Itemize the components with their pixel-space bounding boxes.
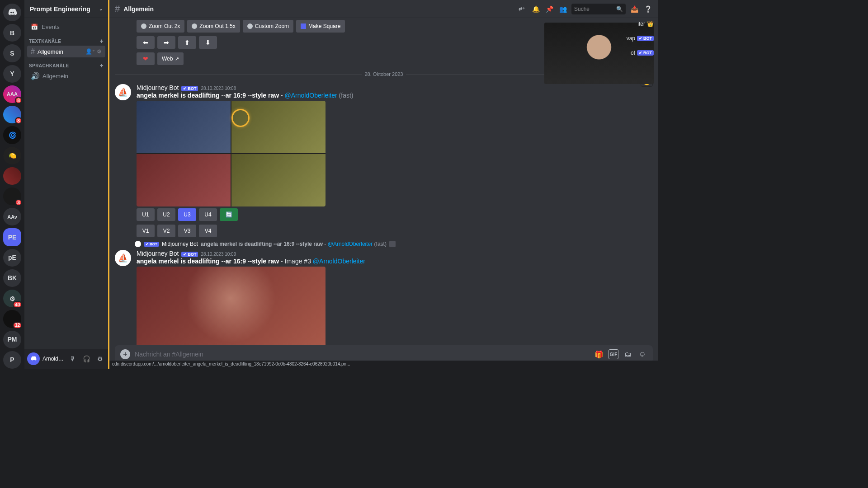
grid-cell-4[interactable] xyxy=(231,154,326,206)
voice-label: Allgemein xyxy=(42,73,68,80)
text-channel-allgemein[interactable]: # Allgemein 👤⁺⚙ xyxy=(27,46,105,57)
bot-avatar-2[interactable]: ⛵ xyxy=(115,250,131,266)
server-aaa[interactable]: AAA8 xyxy=(3,85,21,103)
prompt-text: angela merkel is deadlifting --ar 16:9 -… xyxy=(137,92,653,99)
server-pm[interactable]: PM xyxy=(3,331,21,348)
bot-tag-2: ✔ BOT xyxy=(181,252,198,257)
channel-sidebar: Prompt Engineering ⌄ 📅 Events TEXTKANÄLE… xyxy=(24,0,108,369)
user-settings-icon[interactable]: ⚙ xyxy=(94,353,105,364)
user-avatar[interactable] xyxy=(27,352,40,365)
crown-icon: 👑 xyxy=(647,21,654,27)
server-aav[interactable]: AAv xyxy=(3,208,21,225)
reply-text: angela merkel is deadlifting --ar 16:9 -… xyxy=(201,241,387,247)
make-square-button[interactable]: Make Square xyxy=(296,20,345,33)
reroll-button[interactable]: 🔄 xyxy=(220,208,238,221)
emoji-icon[interactable]: ☺ xyxy=(637,349,647,359)
server-y[interactable]: Y xyxy=(3,65,21,83)
settings-icon[interactable]: ⚙ xyxy=(97,48,102,55)
voice-channel-allgemein[interactable]: 🔊 Allgemein xyxy=(27,70,105,82)
pan-down-button[interactable]: ⬇ xyxy=(199,36,217,49)
help-icon[interactable]: ❔ xyxy=(643,4,653,14)
threads-icon[interactable]: #⁺ xyxy=(517,4,527,14)
u1-button[interactable]: U1 xyxy=(137,208,155,221)
v2-button[interactable]: V2 xyxy=(157,225,175,237)
discord-home[interactable] xyxy=(3,4,21,21)
message-grid: 😊 ⛵ Midjourney Bot ✔ BOT 28.10.2023 10:0… xyxy=(109,81,658,240)
author-name-2[interactable]: Midjourney Bot xyxy=(137,250,179,257)
favorite-button[interactable]: ❤ xyxy=(137,52,155,65)
username: ArnoldOb... xyxy=(42,356,65,362)
server-15[interactable]: 12 xyxy=(3,310,21,328)
channel-hash-icon: # xyxy=(115,4,120,14)
u4-button[interactable]: U4 xyxy=(199,208,217,221)
server-p[interactable]: P xyxy=(3,351,21,369)
add-channel-icon[interactable]: + xyxy=(99,38,104,45)
u3-button[interactable]: U3 xyxy=(178,208,196,221)
v4-button[interactable]: V4 xyxy=(199,225,217,237)
pan-up-button[interactable]: ⬆ xyxy=(178,36,196,49)
author-name[interactable]: Midjourney Bot xyxy=(137,84,179,91)
channel-label: Allgemein xyxy=(38,48,63,55)
attach-button[interactable]: + xyxy=(120,349,130,359)
bot-avatar[interactable]: ⛵ xyxy=(115,84,131,100)
invite-icon[interactable]: 👤⁺ xyxy=(85,48,95,55)
inbox-icon[interactable]: 📥 xyxy=(629,4,639,14)
deafen-icon[interactable]: 🎧 xyxy=(81,353,92,364)
mention[interactable]: @ArnoldOberleiter xyxy=(285,92,337,99)
status-bar: cdn.discordapp.com/.../arnoldoberleiter_… xyxy=(109,361,658,369)
u2-button[interactable]: U2 xyxy=(157,208,175,221)
speaker-icon: 🔊 xyxy=(31,72,40,80)
server-8[interactable] xyxy=(3,167,21,185)
chat-header: # Allgemein #⁺ 🔔 📌 👥 Suche 🔍 📥 ❔ xyxy=(109,0,658,18)
server-b[interactable]: B xyxy=(3,24,21,42)
text-category-header[interactable]: TEXTKANÄLE + xyxy=(27,33,105,46)
add-voice-icon[interactable]: + xyxy=(99,62,104,69)
image-grid[interactable] xyxy=(137,101,326,206)
custom-zoom-button[interactable]: Custom Zoom xyxy=(243,20,293,33)
v1-button[interactable]: V1 xyxy=(137,225,155,237)
grid-cell-2[interactable] xyxy=(231,101,326,153)
server-9[interactable]: 3 xyxy=(3,188,21,205)
server-6[interactable]: 🌀 xyxy=(3,126,21,144)
mute-icon[interactable]: 🎙 xyxy=(67,353,78,364)
single-image[interactable] xyxy=(137,267,326,345)
mention-2[interactable]: @ArnoldOberleiter xyxy=(313,258,365,265)
server-14[interactable]: ⚙40 xyxy=(3,290,21,307)
server-bk[interactable]: BK xyxy=(3,269,21,287)
server-5[interactable]: 8 xyxy=(3,106,21,123)
pan-left-button[interactable]: ⬅ xyxy=(137,36,155,49)
events-row[interactable]: 📅 Events xyxy=(27,21,105,33)
gif-icon[interactable]: GIF xyxy=(609,349,618,359)
calendar-icon: 📅 xyxy=(31,23,38,30)
zoom-out-2x-button[interactable]: Zoom Out 2x xyxy=(137,20,184,33)
input-placeholder: Nachricht an #Allgemein xyxy=(135,351,590,358)
grid-cell-3[interactable] xyxy=(137,154,231,206)
zoom-out-15x-button[interactable]: Zoom Out 1.5x xyxy=(187,20,240,33)
voice-category-label: SPRACHKANÄLE xyxy=(29,63,69,68)
voice-category-header[interactable]: SPRACHKANÄLE + xyxy=(27,57,105,70)
search-input[interactable]: Suche 🔍 xyxy=(571,4,626,14)
server-header[interactable]: Prompt Engineering ⌄ xyxy=(24,0,108,18)
server-s[interactable]: S xyxy=(3,44,21,62)
v3-button[interactable]: V3 xyxy=(178,225,196,237)
server-pe2[interactable]: pE xyxy=(3,249,21,267)
upscale-row: U1 U2 U3 U4 🔄 xyxy=(137,206,653,223)
reply-reference[interactable]: ✔ BOT Midjourney Bot angela merkel is de… xyxy=(109,240,658,247)
pinned-icon[interactable]: 📌 xyxy=(544,4,554,14)
sticker-icon[interactable]: 🗂 xyxy=(623,349,633,359)
grid-cell-1[interactable] xyxy=(137,101,231,153)
reply-avatar-icon xyxy=(135,241,141,247)
server-pe-active[interactable]: PE xyxy=(3,228,21,246)
members-icon[interactable]: 👥 xyxy=(558,4,568,14)
web-link-button[interactable]: Web ↗ xyxy=(157,52,184,65)
server-7[interactable]: 🍋 xyxy=(3,147,21,164)
pan-right-button[interactable]: ➡ xyxy=(157,36,175,49)
message-upscale: ⛵ Midjourney Bot ✔ BOT 28.10.2023 10:09 … xyxy=(109,247,658,345)
search-placeholder: Suche xyxy=(574,6,590,12)
gift-icon[interactable]: 🎁 xyxy=(594,349,604,359)
notifications-icon[interactable]: 🔔 xyxy=(531,4,541,14)
hash-icon: # xyxy=(31,47,35,56)
timestamp: 28.10.2023 10:08 xyxy=(201,86,236,91)
timestamp-2: 28.10.2023 10:09 xyxy=(201,252,236,257)
main-chat: # Allgemein #⁺ 🔔 📌 👥 Suche 🔍 📥 ❔ Zoom Ou… xyxy=(108,0,658,369)
